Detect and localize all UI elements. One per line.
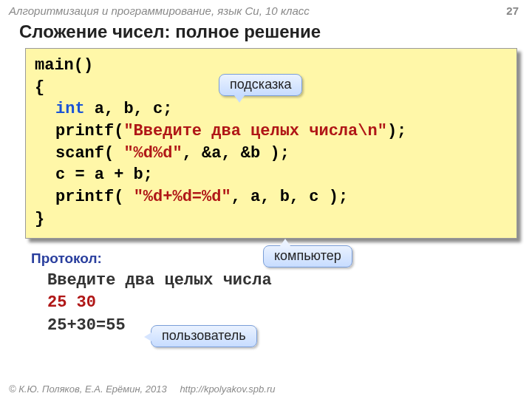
slide-header: Алгоритмизация и программирование, язык …	[0, 0, 532, 18]
code-line: int a, b, c;	[35, 98, 508, 120]
code-line: printf("Введите два целых числа\n");	[35, 120, 508, 143]
copyright: © К.Ю. Поляков, Е.А. Ерёмин, 2013	[9, 383, 167, 395]
footer-url: http://kpolyakov.spb.ru	[180, 383, 275, 395]
page-number: 27	[506, 4, 519, 17]
protocol-line: 25+30=55	[47, 315, 532, 338]
callout-computer: компьютер	[263, 245, 352, 267]
slide-footer: © К.Ю. Поляков, Е.А. Ерёмин, 2013 http:/…	[9, 383, 275, 395]
slide-title: Сложение чисел: полное решение	[0, 18, 532, 48]
protocol-user-input: 25 30	[47, 292, 532, 315]
code-line: c = a + b;	[35, 164, 508, 186]
protocol-line: Введите два целых числа	[47, 270, 532, 293]
callout-hint: подсказка	[219, 74, 302, 96]
callout-user: пользователь	[151, 325, 257, 347]
code-line: scanf( "%d%d", &a, &b );	[35, 143, 508, 165]
protocol-output: Введите два целых числа 25 30 25+30=55	[0, 270, 532, 338]
code-line: }	[35, 208, 508, 231]
code-line: printf( "%d+%d=%d", a, b, c );	[35, 186, 508, 208]
course-name: Алгоритмизация и программирование, язык …	[9, 4, 310, 17]
